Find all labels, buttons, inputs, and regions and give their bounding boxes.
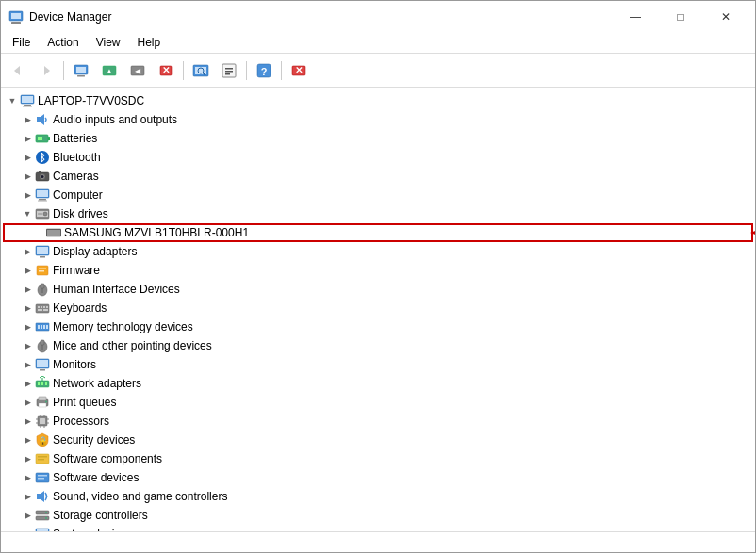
tree-softwaredvc[interactable]: ▶ Software devices [1, 468, 755, 487]
computer-toggle[interactable]: ▶ [20, 187, 35, 203]
processors-icon [35, 414, 50, 429]
tree-hid[interactable]: ▶ Human Interface Devices [1, 280, 755, 299]
keyboards-toggle[interactable]: ▶ [20, 301, 35, 316]
softwarecomp-label: Software components [53, 452, 162, 465]
rollback-button[interactable]: ◀ [124, 58, 151, 83]
storage-toggle[interactable]: ▶ [20, 508, 35, 523]
menu-file[interactable]: File [5, 34, 38, 51]
print-toggle[interactable]: ▶ [20, 395, 35, 410]
batteries-toggle[interactable]: ▶ [20, 131, 35, 146]
samsung-label: SAMSUNG MZVLB1T0HBLR-000H1 [64, 226, 249, 239]
svg-rect-104 [38, 478, 44, 480]
svg-rect-62 [38, 306, 40, 308]
sound-toggle[interactable]: ▶ [20, 489, 35, 504]
svg-marker-4 [44, 66, 50, 75]
tree-firmware[interactable]: ▶ Firmware [1, 261, 755, 280]
tree-softwarecomp[interactable]: ▶ Software components [1, 449, 755, 468]
toolbar-sep-3 [246, 61, 247, 80]
mice-toggle[interactable]: ▶ [20, 338, 35, 353]
root-toggle[interactable]: ▼ [5, 93, 20, 108]
security-toggle[interactable]: ▶ [20, 432, 35, 447]
cameras-toggle[interactable]: ▶ [20, 169, 35, 184]
processors-toggle[interactable]: ▶ [20, 414, 35, 429]
svg-rect-54 [40, 256, 45, 258]
tree-display[interactable]: ▶ Display adapters [1, 242, 755, 261]
tree-computer[interactable]: ▶ Computer [1, 186, 755, 204]
device-manager-window: Device Manager — □ ✕ File Action View He… [0, 0, 756, 553]
storage-icon [35, 508, 50, 523]
firmware-icon [35, 263, 50, 278]
disk-icon [35, 206, 50, 221]
menu-help[interactable]: Help [130, 34, 169, 51]
svg-rect-7 [77, 75, 85, 77]
minimize-button[interactable]: — [614, 7, 657, 27]
batteries-icon [35, 131, 50, 146]
tree-root[interactable]: ▼ LAPTOP-T7VV0SDC [1, 91, 755, 110]
menu-action[interactable]: Action [40, 34, 86, 51]
network-toggle[interactable]: ▶ [20, 376, 35, 391]
mice-icon [35, 338, 50, 353]
scan-button[interactable] [188, 58, 214, 83]
tree-processors[interactable]: ▶ Processors [1, 412, 755, 431]
tree-bluetooth[interactable]: ▶ ᛒ Bluetooth [1, 148, 755, 167]
sound-icon [35, 489, 50, 504]
tree-sound[interactable]: ▶ Sound, video and game controllers [1, 487, 755, 506]
tree-disk[interactable]: ▼ Disk drives [1, 204, 755, 223]
svg-rect-39 [39, 171, 41, 172]
root-label: LAPTOP-T7VV0SDC [38, 94, 144, 107]
tree-cameras[interactable]: ▶ Cameras [1, 167, 755, 186]
tree-audio[interactable]: ▶ Audio inputs and outputs [1, 110, 755, 129]
close-button[interactable]: ✕ [704, 7, 748, 27]
show-all-button[interactable] [68, 58, 94, 83]
tree-print[interactable]: ▶ Print queues [1, 393, 755, 412]
svg-rect-59 [41, 284, 44, 288]
svg-rect-29 [23, 106, 32, 107]
memory-toggle[interactable]: ▶ [20, 319, 35, 334]
maximize-button[interactable]: □ [659, 7, 702, 27]
display-toggle[interactable]: ▶ [20, 244, 35, 259]
tree-samsung[interactable]: SAMSUNG MZVLB1T0HBLR-000H1 [3, 223, 753, 242]
softwaredvc-toggle[interactable]: ▶ [20, 470, 35, 485]
svg-rect-103 [38, 475, 47, 477]
svg-rect-1 [11, 22, 21, 24]
device-tree[interactable]: ▼ LAPTOP-T7VV0SDC ▶ [1, 88, 755, 531]
help-button[interactable]: ? [251, 58, 277, 83]
svg-rect-19 [225, 68, 233, 70]
forward-button[interactable] [33, 58, 59, 83]
tree-system[interactable]: ▶ System devices [1, 525, 755, 531]
properties-button[interactable] [216, 58, 242, 83]
display-icon [35, 244, 50, 259]
audio-icon [35, 112, 50, 127]
svg-rect-49 [47, 230, 60, 236]
bluetooth-toggle[interactable]: ▶ [20, 150, 35, 165]
svg-rect-86 [39, 403, 46, 407]
tree-storage[interactable]: ▶ Storage controllers [1, 506, 755, 525]
tree-network[interactable]: ▶ Network adapters [1, 374, 755, 393]
hid-toggle[interactable]: ▶ [20, 282, 35, 297]
tree-batteries[interactable]: ▶ Batteries [1, 129, 755, 148]
firmware-toggle[interactable]: ▶ [20, 263, 35, 278]
svg-marker-30 [37, 114, 44, 125]
tree-mice[interactable]: ▶ Mice and other pointing devices [1, 336, 755, 355]
monitors-toggle[interactable]: ▶ [20, 357, 35, 372]
samsung-icon [46, 225, 61, 240]
remove-device-button[interactable]: ✕ [286, 58, 312, 83]
menu-view[interactable]: View [89, 34, 128, 51]
svg-rect-42 [39, 199, 46, 201]
processors-label: Processors [53, 415, 109, 428]
softwarecomp-toggle[interactable]: ▶ [20, 451, 35, 466]
tree-security[interactable]: ▶ 🔒 Security devices [1, 431, 755, 449]
svg-marker-3 [14, 66, 20, 75]
svg-rect-33 [38, 137, 42, 140]
update-driver-button[interactable]: ▲ [96, 58, 123, 83]
tree-memory[interactable]: ▶ Memory technology devices [1, 317, 755, 336]
svg-point-109 [45, 517, 47, 519]
tree-keyboards[interactable]: ▶ Keyboards [1, 299, 755, 317]
svg-rect-70 [41, 325, 42, 329]
display-label: Display adapters [53, 245, 137, 258]
disk-toggle[interactable]: ▼ [20, 206, 35, 221]
uninstall-button[interactable]: ✕ [153, 58, 179, 83]
back-button[interactable] [5, 58, 31, 83]
audio-toggle[interactable]: ▶ [20, 112, 35, 127]
tree-monitors[interactable]: ▶ Monitors [1, 355, 755, 374]
